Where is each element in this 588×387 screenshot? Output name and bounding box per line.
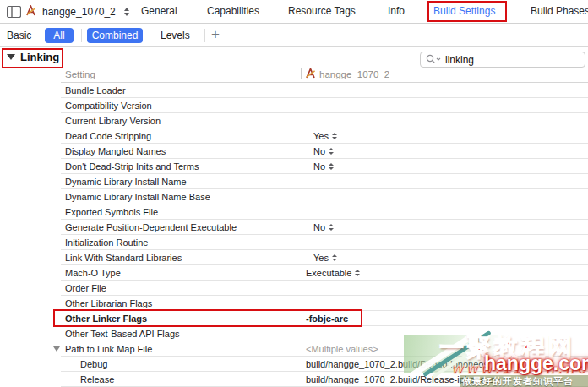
setting-name: Order File xyxy=(65,283,106,293)
tab-resource-tags[interactable]: Resource Tags xyxy=(288,0,356,23)
disclosure-triangle-icon[interactable] xyxy=(7,54,15,60)
setting-row-exported-symbols-file[interactable]: Exported Symbols File xyxy=(0,204,588,220)
setting-name: Initialization Routine xyxy=(65,237,148,248)
tab-general[interactable]: General xyxy=(141,0,177,23)
editor-tab-bar: hangge_1070_2 GeneralCapabilitiesResourc… xyxy=(0,0,588,24)
scope-button-basic[interactable]: Basic xyxy=(7,28,31,43)
setting-name: Other Linker Flags xyxy=(65,313,147,324)
settings-table: Bundle LoaderCompatibility VersionCurren… xyxy=(0,83,588,387)
setting-name: Path to Link Map File xyxy=(65,344,152,354)
setting-value[interactable]: <Multiple values> xyxy=(306,344,378,354)
setting-name: Dead Code Stripping xyxy=(65,131,151,141)
xcode-project-icon xyxy=(25,4,36,19)
setting-name: Exported Symbols File xyxy=(65,207,158,217)
setting-name: Mach-O Type xyxy=(65,268,121,278)
add-build-setting-button[interactable]: + xyxy=(211,26,220,43)
scope-button-combined[interactable]: Combined xyxy=(87,28,143,43)
setting-row-release[interactable]: Releasebuild/hangge_1070_2.build/Release… xyxy=(0,372,588,387)
setting-row-initialization-routine[interactable]: Initialization Routine xyxy=(0,235,588,250)
setting-row-link-with-standard-libraries[interactable]: Link With Standard LibrariesYes xyxy=(0,250,588,265)
setting-name: Don't Dead-Strip Inits and Terms xyxy=(65,161,199,172)
setting-value[interactable]: build/hangge_1070_2.build/Release-iphone… xyxy=(306,374,495,384)
setting-name: Dynamic Library Install Name xyxy=(65,177,187,187)
setting-row-mach-o-type[interactable]: Mach-O TypeExecutable xyxy=(0,265,588,281)
settings-filter-bar: BasicAllCombinedLevels + linking xyxy=(0,24,588,47)
setting-row-generate-position-dependent-executable[interactable]: Generate Position-Dependent ExecutableNo xyxy=(0,220,588,235)
xcode-build-settings-window: hangge_1070_2 GeneralCapabilitiesResourc… xyxy=(0,0,588,387)
setting-name: Other Librarian Flags xyxy=(65,298,152,308)
setting-value[interactable]: Yes xyxy=(313,131,337,141)
setting-name: Release xyxy=(80,374,114,384)
setting-name: Current Library Version xyxy=(65,116,161,126)
xcode-project-icon xyxy=(305,68,316,80)
setting-row-display-mangled-names[interactable]: Display Mangled NamesNo xyxy=(0,144,588,159)
search-input-value[interactable]: linking xyxy=(445,54,474,66)
search-icon xyxy=(426,54,442,65)
setting-row-debug[interactable]: Debugbuild/hangge_1070_2.build/Debug-iph… xyxy=(0,357,588,372)
setting-row-compatibility-version[interactable]: Compatibility Version xyxy=(0,98,588,113)
setting-value[interactable]: -fobjc-arc xyxy=(306,313,348,324)
setting-value[interactable]: Yes xyxy=(313,253,337,263)
setting-row-order-file[interactable]: Order File xyxy=(0,281,588,296)
disclosure-triangle-icon[interactable] xyxy=(53,346,60,352)
project-selector[interactable]: hangge_1070_2 xyxy=(42,6,116,18)
setting-row-don-t-dead-strip-inits-and-terms[interactable]: Don't Dead-Strip Inits and TermsNo xyxy=(0,159,588,174)
tab-info[interactable]: Info xyxy=(388,0,405,23)
setting-name: Compatibility Version xyxy=(65,101,152,111)
column-divider xyxy=(301,68,302,79)
setting-value[interactable]: Executable xyxy=(306,268,360,278)
column-header-setting: Setting xyxy=(65,69,95,79)
setting-name: Bundle Loader xyxy=(65,85,126,95)
setting-name: Link With Standard Libraries xyxy=(65,253,182,263)
scope-button-all[interactable]: All xyxy=(45,28,74,43)
setting-row-other-linker-flags[interactable]: Other Linker Flags-fobjc-arc xyxy=(0,311,588,326)
setting-row-current-library-version[interactable]: Current Library Version xyxy=(0,113,588,128)
setting-name: Display Mangled Names xyxy=(65,146,166,156)
tab-build-phases[interactable]: Build Phases xyxy=(531,0,588,23)
value-stepper-icon[interactable] xyxy=(332,254,337,261)
setting-name: Dynamic Library Install Name Base xyxy=(65,192,210,202)
search-field[interactable]: linking xyxy=(420,52,585,68)
setting-row-other-librarian-flags[interactable]: Other Librarian Flags xyxy=(0,296,588,311)
setting-row-bundle-loader[interactable]: Bundle Loader xyxy=(0,83,588,98)
divider xyxy=(81,29,82,42)
setting-value[interactable]: No xyxy=(313,146,334,156)
value-stepper-icon[interactable] xyxy=(355,270,360,276)
navigator-toggle-icon[interactable] xyxy=(7,6,21,18)
tab-build-settings[interactable]: Build Settings xyxy=(433,0,495,23)
scope-button-levels[interactable]: Levels xyxy=(161,28,190,43)
column-header-target: hangge_1070_2 xyxy=(301,67,389,81)
setting-value[interactable]: build/hangge_1070_2.build/Debug-iphoneos xyxy=(306,359,488,369)
column-header-target-label: hangge_1070_2 xyxy=(319,69,389,79)
value-stepper-icon[interactable] xyxy=(329,163,334,170)
divider xyxy=(204,29,205,42)
section-title: Linking xyxy=(20,51,59,63)
setting-value[interactable]: No xyxy=(313,161,334,172)
project-selector-stepper-icon[interactable] xyxy=(124,8,129,16)
setting-row-dynamic-library-install-name[interactable]: Dynamic Library Install Name xyxy=(0,174,588,189)
tab-capabilities[interactable]: Capabilities xyxy=(207,0,259,23)
setting-row-dead-code-stripping[interactable]: Dead Code StrippingYes xyxy=(0,128,588,144)
value-stepper-icon[interactable] xyxy=(329,148,334,155)
setting-name: Debug xyxy=(80,359,107,369)
value-stepper-icon[interactable] xyxy=(329,224,334,231)
section-header-linking[interactable]: Linking xyxy=(7,51,59,63)
setting-row-other-text-based-api-flags[interactable]: Other Text-Based API Flags xyxy=(0,326,588,341)
setting-row-dynamic-library-install-name-base[interactable]: Dynamic Library Install Name Base xyxy=(0,189,588,204)
setting-name: Generate Position-Dependent Executable xyxy=(65,222,237,232)
setting-name: Other Text-Based API Flags xyxy=(65,329,180,339)
setting-row-path-to-link-map-file[interactable]: Path to Link Map File<Multiple values> xyxy=(0,341,588,357)
setting-value[interactable]: No xyxy=(313,222,334,232)
value-stepper-icon[interactable] xyxy=(332,133,337,139)
